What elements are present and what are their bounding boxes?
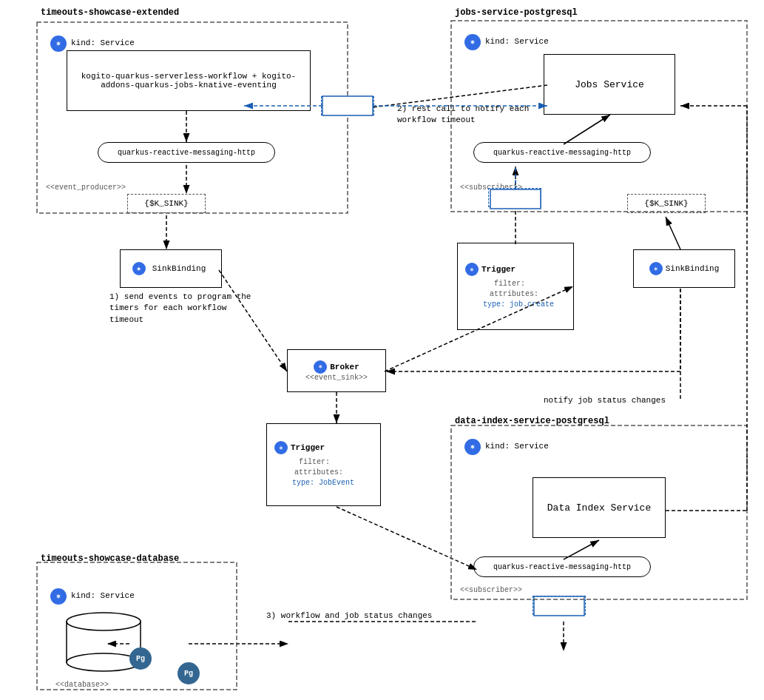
trigger-bottom-filter: filter: attributes: type: JobEvent bbox=[274, 458, 354, 487]
k8s-badge-dataindex: ⎈ bbox=[464, 439, 481, 455]
postgresql-icon: Pg bbox=[129, 647, 152, 670]
sink-ref-1: {$K_SINK} bbox=[127, 194, 206, 213]
notify-job-label: notify job status changes bbox=[544, 396, 666, 405]
kind-service-dataindex: kind: Service bbox=[485, 442, 549, 451]
k8s-badge-left: ⎈ bbox=[50, 36, 67, 52]
k8s-badge-trigger-top: ⎈ bbox=[465, 263, 479, 276]
subscriber-2-label: <<subscriber>> bbox=[460, 586, 522, 594]
svg-point-36 bbox=[67, 613, 141, 630]
k8s-badge-sinkbinding2: ⎈ bbox=[649, 262, 663, 275]
workflow-job-status-label: 3) workflow and job status changes bbox=[266, 611, 432, 620]
endpoint-dataindex: Endpoint bbox=[533, 596, 586, 615]
event-producer-label: <<event_producer>> bbox=[46, 184, 126, 192]
trigger-top: ⎈ Trigger filter: attributes: type: job.… bbox=[457, 243, 574, 330]
jobs-service-box: Jobs Service bbox=[544, 54, 675, 115]
send-events-label: 1) send events to program the timers for… bbox=[109, 292, 257, 326]
trigger-top-filter: filter: attributes: type: job.create bbox=[465, 280, 554, 309]
broker-stereotype: <<event_sink>> bbox=[305, 374, 368, 382]
k8s-badge-trigger-bottom: ⎈ bbox=[274, 441, 288, 454]
k8s-badge-db: ⎈ bbox=[50, 588, 67, 605]
k8s-badge-sinkbinding1: ⎈ bbox=[132, 262, 146, 275]
data-index-service-box: Data Index Service bbox=[533, 477, 666, 538]
timeouts-showcase-extended-label: timeouts-showcase-extended bbox=[41, 7, 179, 18]
quarkus-messaging-3: quarkus-reactive-messaging-http bbox=[473, 556, 651, 577]
data-index-service-postgresql-label: data-index-service-postgresql bbox=[455, 416, 609, 426]
svg-line-13 bbox=[337, 507, 477, 570]
sink-ref-2: {$K_SINK} bbox=[627, 194, 706, 213]
kind-service-db: kind: Service bbox=[71, 591, 135, 600]
endpoint-top: Endpoint bbox=[321, 96, 374, 115]
svg-line-10 bbox=[564, 115, 610, 144]
sinkbinding-2: ⎈ SinkBinding bbox=[633, 249, 735, 288]
diagram-container: timeouts-showcase-extended jobs-service-… bbox=[0, 0, 764, 700]
timeouts-showcase-database-label: timeouts-showcase-database bbox=[41, 553, 179, 564]
quarkus-messaging-2: quarkus-reactive-messaging-http bbox=[473, 142, 651, 163]
quarkus-messaging-1: quarkus-reactive-messaging-http bbox=[98, 142, 275, 163]
trigger-bottom: ⎈ Trigger filter: attributes: type: JobE… bbox=[266, 423, 381, 506]
svg-line-12 bbox=[666, 217, 680, 249]
kind-service-jobs: kind: Service bbox=[485, 37, 549, 46]
k8s-badge-broker: ⎈ bbox=[314, 360, 327, 374]
k8s-badge-jobs: ⎈ bbox=[464, 34, 481, 50]
sinkbinding-1: ⎈ SinkBinding bbox=[120, 249, 222, 288]
database-stereotype: <<database>> bbox=[55, 681, 109, 689]
endpoint-middle: Endpoint bbox=[488, 188, 541, 207]
postgresql-icon-2: Pg bbox=[178, 662, 200, 684]
broker-box: ⎈ Broker <<event_sink>> bbox=[287, 349, 386, 392]
kind-service-left: kind: Service bbox=[71, 38, 135, 47]
jobs-service-postgresql-label: jobs-service-postgresql bbox=[455, 7, 578, 18]
workflow-box: kogito-quarkus-serverless-workflow + kog… bbox=[67, 50, 311, 111]
rest-call-label: 2) rest call to notify each workflow tim… bbox=[397, 104, 530, 127]
